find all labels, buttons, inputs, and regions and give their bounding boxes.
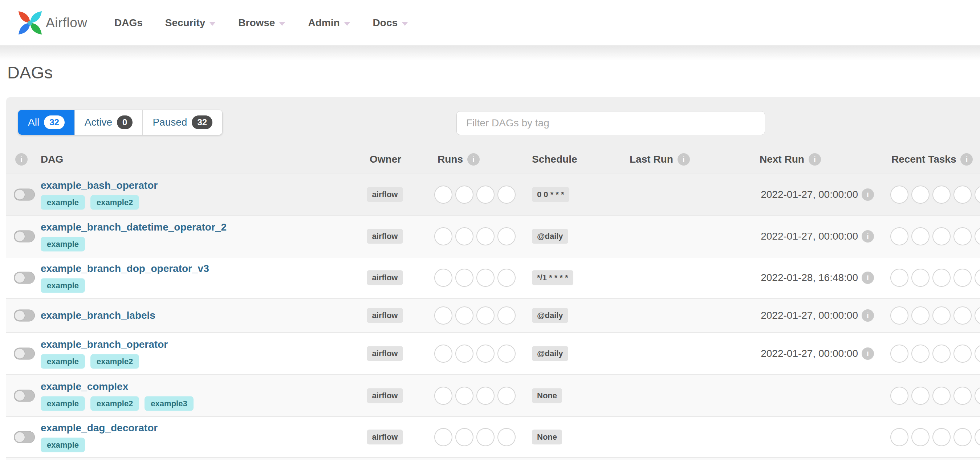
status-circle [890,186,908,204]
nav-item-docs[interactable]: Docs [373,17,408,29]
dag-tags: example [41,279,91,293]
status-circle [434,306,452,325]
dag-pause-toggle[interactable] [14,189,35,201]
next-run-cell: 2022-01-27, 00:00:00 i [732,347,874,360]
dag-tags: exampleexample2example3 [41,396,199,411]
next-run-cell: 2022-01-27, 00:00:00 i [732,188,874,201]
status-circle [476,306,495,325]
next-run-value: 2022-01-28, 16:48:00 [761,272,858,283]
schedule-badge[interactable]: None [532,388,562,403]
status-circle [434,387,452,405]
nav-item-browse[interactable]: Browse [238,17,285,29]
status-circle [455,387,474,405]
schedule-badge[interactable]: @daily [532,346,568,361]
tab-active-count: 0 [117,115,132,129]
owner-badge: airflow [367,308,403,323]
info-icon: i [678,153,690,166]
dag-link[interactable]: example_branch_dop_operator_v3 [41,263,209,274]
dag-tag[interactable]: example [41,396,85,411]
next-run-value: 2022-01-27, 00:00:00 [761,310,858,321]
status-circle [476,345,495,363]
schedule-badge[interactable]: */1 * * * * [532,270,573,285]
status-circle [932,269,951,287]
dag-tag[interactable]: example [41,354,85,369]
recent-tasks-cell [890,306,980,325]
table-row: example_dag_decorator example airflow No… [6,416,980,457]
dags-table-body: example_bash_operator exampleexample2 ai… [6,173,980,460]
status-circle [975,428,980,446]
status-circle [912,269,929,287]
owner-badge: airflow [367,187,403,202]
status-circle [975,306,980,325]
info-icon: i [862,347,874,360]
tab-paused[interactable]: Paused 32 [142,110,222,135]
tab-all-count: 32 [44,115,65,129]
owner-cell: airflow [367,346,403,361]
dag-tag[interactable]: example [41,195,85,210]
status-circle [434,428,452,446]
dag-name-cell: example_branch_labels [41,310,155,321]
schedule-badge[interactable]: @daily [532,308,568,323]
dag-link[interactable]: example_branch_datetime_operator_2 [41,221,227,233]
schedule-badge[interactable]: None [532,430,562,444]
dag-link[interactable]: example_branch_operator [41,339,168,350]
header-recent-tasks: Recent Tasksi [891,153,973,166]
header-dag: DAG [41,154,63,165]
dag-pause-toggle[interactable] [14,348,35,360]
dag-pause-toggle[interactable] [14,230,35,242]
owner-badge: airflow [367,388,403,403]
status-circle [455,306,474,325]
dag-pause-toggle[interactable] [14,390,35,401]
brand-label: Airflow [46,15,88,30]
status-circle [455,428,474,446]
next-run-value: 2022-01-27, 00:00:00 [761,189,858,201]
tab-all[interactable]: All 32 [18,110,75,135]
status-circle [975,387,980,405]
dag-name-cell: example_dag_decorator example [41,422,158,452]
toggle-cell [14,431,35,443]
status-circle [912,186,929,204]
next-run-cell: 2022-01-27, 00:00:00 i [732,230,874,242]
dag-link[interactable]: example_dag_decorator [41,422,158,433]
toggle-knob [15,273,25,283]
dag-pause-toggle[interactable] [14,310,35,322]
nav-item-security[interactable]: Security [165,17,216,29]
nav-item-admin[interactable]: Admin [308,17,350,29]
status-circle [498,306,515,325]
status-circle [953,269,972,287]
schedule-cell: */1 * * * * [532,270,573,285]
header-runs: Runsi [438,153,480,166]
dag-link[interactable]: example_bash_operator [41,180,158,191]
schedule-cell: None [532,388,562,403]
table-row-partial [6,457,980,460]
dag-tag[interactable]: example3 [145,396,193,411]
dag-link[interactable]: example_complex [41,380,128,392]
schedule-cell: 0 0 * * * [532,187,570,202]
nav-item-dags[interactable]: DAGs [115,17,143,29]
tab-paused-count: 32 [192,115,212,129]
status-circle [953,387,972,405]
tab-active[interactable]: Active 0 [75,110,143,135]
status-circle [890,227,908,245]
status-circle [498,345,515,363]
dag-tag[interactable]: example2 [91,195,139,210]
schedule-badge[interactable]: @daily [532,229,568,244]
dag-tag[interactable]: example [41,438,85,452]
dag-tag[interactable]: example2 [91,354,139,369]
dag-pause-toggle[interactable] [14,431,35,443]
dag-link[interactable]: example_branch_labels [41,310,155,321]
owner-cell: airflow [367,229,403,244]
status-circle [890,387,908,405]
status-circle [975,227,980,245]
dag-tag[interactable]: example [41,237,85,251]
airflow-brand[interactable]: Airflow [17,8,88,38]
next-run-value: 2022-01-27, 00:00:00 [761,348,858,360]
recent-tasks-cell [890,186,980,204]
dag-pause-toggle[interactable] [14,272,35,284]
dag-tag[interactable]: example2 [91,396,139,411]
schedule-badge[interactable]: 0 0 * * * [532,187,570,202]
tag-filter-input[interactable] [457,111,765,135]
status-circle [932,345,951,363]
dag-tag[interactable]: example [41,279,85,293]
status-circle [434,345,452,363]
